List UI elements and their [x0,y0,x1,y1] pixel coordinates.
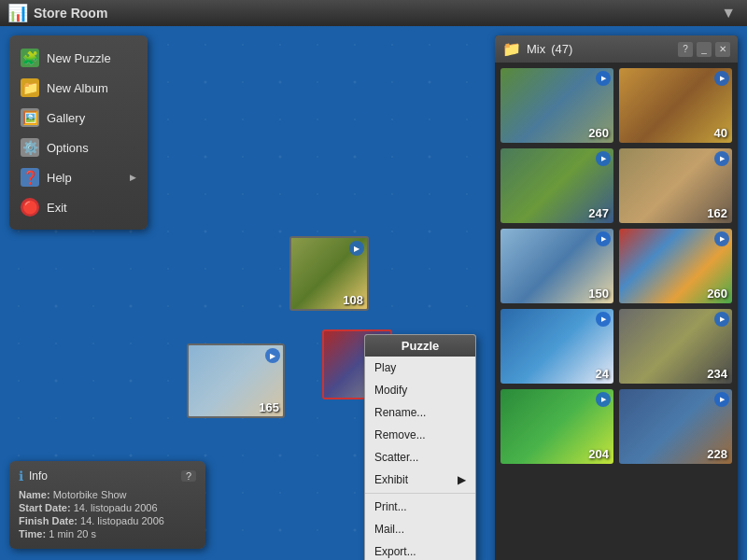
rp-thumb-5[interactable]: ▶ 150 [500,229,613,303]
ctx-modify[interactable]: Modify [365,379,475,401]
rp-play-10[interactable]: ▶ [714,392,729,407]
gallery-icon: 🖼️ [21,108,39,127]
menu-label-exit: Exit [47,201,67,215]
rp-play-5[interactable]: ▶ [596,231,611,246]
info-help-button[interactable]: ? [181,470,196,482]
ctx-print[interactable]: Print... [365,496,475,518]
rp-count-1: 260 [588,126,609,140]
menu-item-new-album[interactable]: 📁 New Album [9,73,148,103]
rp-header: 📁 Mix (47) ? _ ✕ [495,35,738,63]
info-finish-row: Finish Date: 14. listopadu 2006 [19,515,196,526]
puzzle-icon: 🧩 [21,49,39,67]
app-title: Store Room [34,6,107,21]
info-time-value: 1 min 20 s [49,528,96,539]
menu-item-new-puzzle[interactable]: 🧩 New Puzzle [9,43,148,73]
menu-label-new-puzzle: New Puzzle [47,51,111,65]
play-button-parthenon[interactable]: ▶ [265,348,280,363]
info-finish-value: 14. listopadu 2006 [80,515,164,526]
play-button-cat[interactable]: ▶ [349,241,364,256]
menu-label-help: Help [47,171,72,185]
rp-play-4[interactable]: ▶ [714,151,729,166]
menu-item-exit[interactable]: 🔴 Exit [9,192,148,222]
help-icon: ❓ [21,168,39,187]
ctx-remove[interactable]: Remove... [365,424,475,446]
menu-label-gallery: Gallery [47,111,85,125]
context-menu-header: Puzzle [365,335,475,357]
rp-play-9[interactable]: ▶ [596,392,611,407]
ctx-mail[interactable]: Mail... [365,518,475,540]
info-finish-label: Finish Date: [19,515,78,526]
info-name-value: Motorbike Show [53,489,127,500]
album-icon: 📁 [21,78,39,97]
menu-item-options[interactable]: ⚙️ Options [9,133,148,162]
rp-count-2: 40 [714,126,727,140]
rp-play-1[interactable]: ▶ [596,71,611,86]
menu-panel: 🧩 New Puzzle 📁 New Album 🖼️ Gallery ⚙️ O… [9,35,148,230]
rp-play-7[interactable]: ▶ [596,312,611,327]
info-start-row: Start Date: 14. listopadu 2006 [19,502,196,513]
info-panel: ℹ Info ? Name: Motorbike Show Start Date… [9,461,205,549]
ctx-separator [365,493,475,494]
puzzle-thumb-parthenon[interactable]: ▶ 165 [187,343,285,418]
rp-content: ▶ 260 ▶ 40 ▶ 247 ▶ 162 ▶ 150 ▶ 260 [495,63,738,560]
info-name-label: Name: [19,489,50,500]
rp-thumb-7[interactable]: ▶ 24 [500,309,613,384]
exit-icon: 🔴 [21,198,39,217]
rp-thumb-6[interactable]: ▶ 260 [619,229,732,303]
rp-play-8[interactable]: ▶ [714,312,729,327]
context-menu: Puzzle Play Modify Rename... Remove... S… [364,334,476,560]
rp-play-6[interactable]: ▶ [714,231,729,246]
right-panel: 📁 Mix (47) ? _ ✕ ▶ 260 ▶ 40 ▶ 247 [495,35,738,560]
rp-count: (47) [551,42,572,56]
rp-controls: ? _ ✕ [678,42,730,57]
rp-count-7: 24 [596,367,609,381]
info-start-label: Start Date: [19,502,71,513]
rp-count-4: 162 [707,206,727,220]
rp-count-8: 234 [707,367,727,381]
rp-count-10: 228 [707,447,727,461]
count-cat: 108 [343,293,363,307]
rp-thumb-3[interactable]: ▶ 247 [500,148,613,223]
rp-count-3: 247 [588,206,609,220]
rp-count-6: 260 [707,287,727,301]
rp-title: Mix [527,42,545,56]
rp-count-5: 150 [588,287,609,301]
rp-thumb-10[interactable]: ▶ 228 [619,389,732,464]
rp-close-button[interactable]: ✕ [715,42,730,57]
info-start-value: 14. listopadu 2006 [74,502,158,513]
titlebar: 📊 Store Room ▼ [0,0,747,26]
rp-count-9: 204 [588,447,609,461]
count-parthenon: 165 [259,400,279,414]
menu-label-new-album: New Album [47,81,108,95]
ctx-rename[interactable]: Rename... [365,401,475,424]
info-time-label: Time: [19,528,46,539]
ctx-play[interactable]: Play [365,357,475,379]
puzzle-thumb-cat[interactable]: ▶ 108 [289,236,369,311]
menu-item-help[interactable]: ❓ Help [9,162,148,192]
info-time-row: Time: 1 min 20 s [19,528,196,539]
exhibit-arrow-icon: ▶ [458,473,466,486]
rp-thumb-2[interactable]: ▶ 40 [619,68,732,143]
folder-icon: 📁 [502,40,521,58]
rp-play-3[interactable]: ▶ [596,151,611,166]
ctx-export[interactable]: Export... [365,540,475,560]
titlebar-close-icon[interactable]: ▼ [717,5,740,21]
options-icon: ⚙️ [21,138,39,157]
ctx-exhibit[interactable]: Exhibit ▶ [365,469,475,491]
rp-thumb-9[interactable]: ▶ 204 [500,389,613,464]
menu-item-gallery[interactable]: 🖼️ Gallery [9,103,148,133]
rp-help-button[interactable]: ? [678,42,693,57]
app-icon: 📊 [7,3,28,23]
info-icon: ℹ [19,469,23,483]
rp-minimize-button[interactable]: _ [697,42,712,57]
rp-thumb-8[interactable]: ▶ 234 [619,309,732,384]
main-area: 🧩 New Puzzle 📁 New Album 🖼️ Gallery ⚙️ O… [0,26,747,560]
rp-thumb-1[interactable]: ▶ 260 [500,68,613,143]
rp-play-2[interactable]: ▶ [714,71,729,86]
info-title: Info [29,469,48,483]
ctx-scatter[interactable]: Scatter... [365,446,475,469]
info-name-row: Name: Motorbike Show [19,489,196,500]
rp-thumb-4[interactable]: ▶ 162 [619,148,732,223]
menu-label-options: Options [47,141,89,155]
info-header: ℹ Info ? [19,469,196,483]
